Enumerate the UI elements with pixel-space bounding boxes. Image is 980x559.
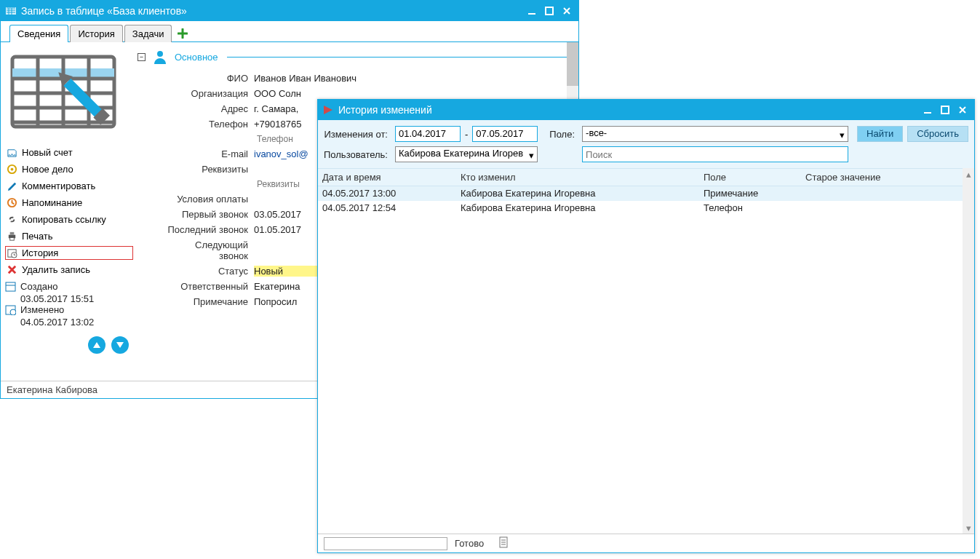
maximize-button[interactable] [542,4,557,18]
calendar-icon [5,281,16,292]
search-input[interactable] [582,146,848,162]
window-controls [525,4,574,18]
svg-point-21 [157,51,163,57]
tab-tasks[interactable]: Задачи [124,25,172,42]
svg-point-18 [10,309,16,315]
minimize-button[interactable] [920,103,935,117]
history-window: История изменений Изменения от: 01.04.20… [317,99,975,553]
app-icon [322,104,334,116]
maximize-button[interactable] [938,103,952,117]
action-label: Новое дело [22,164,73,175]
minimize-button[interactable] [525,4,539,18]
action-delete[interactable]: Удалить запись [5,263,133,277]
tab-history[interactable]: История [70,25,122,42]
addr-label: Адрес [167,103,254,114]
action-print[interactable]: Печать [5,229,133,243]
cell-old [801,186,974,200]
chevron-down-icon: ▾ [840,130,845,140]
col-field[interactable]: Поле [699,169,801,186]
org-value[interactable]: ООО Солн [254,88,573,99]
resp-label: Ответственный [167,281,254,292]
cell-field: Примечание [699,186,801,200]
button-label: Сбросить [917,128,959,139]
record-meta: Создано 03.05.2017 15:51 Изменено 04.05.… [5,281,133,328]
user-label: Пользователь: [324,149,391,160]
status-input[interactable] [324,537,447,550]
to-date-input[interactable]: 07.05.2017 [472,126,538,142]
action-reminder[interactable]: Напоминание [5,196,133,210]
cell-datetime: 04.05.2017 12:54 [318,201,456,215]
fio-value[interactable]: Иванов Иван Иванович [254,73,356,84]
table-row[interactable]: 04.05.2017 12:54 Кабирова Екатерина Игор… [318,201,974,215]
action-label: Новый счет [22,147,73,158]
scroll-up-icon[interactable]: ▴ [963,168,974,180]
scrollbar-thumb[interactable] [567,42,578,86]
modified-label: Изменено [20,304,64,315]
record-title: Запись в таблице «База клиентов» [21,5,525,17]
action-history[interactable]: История [5,246,133,260]
tab-add-button[interactable] [176,27,189,40]
svg-rect-16 [6,282,15,291]
input-value: 01.04.2017 [399,128,446,139]
history-statusbar: Готово [318,534,974,552]
phone-label: Телефон [167,119,254,130]
left-panel: Новый счет Новое дело Комментировать Нап… [1,42,138,381]
action-new-invoice[interactable]: Новый счет [5,146,133,159]
close-button[interactable] [955,103,970,117]
modified-value: 04.05.2017 13:02 [5,317,133,328]
action-label: Удалить запись [22,264,90,275]
col-old[interactable]: Старое значение [801,169,974,186]
created-label: Создано [20,281,57,292]
action-copy-link[interactable]: Копировать ссылку [5,213,133,226]
from-label: Изменения от: [324,129,391,140]
divider [227,57,573,58]
next-label: Следующий звонок [167,239,254,261]
user-select[interactable]: Кабирова Екатерина Игорев ▾ [395,146,538,162]
status-ready: Готово [455,538,484,549]
action-label: История [22,247,58,258]
action-label: Печать [22,231,53,242]
prev-record-button[interactable] [88,336,105,354]
svg-rect-22 [924,112,931,114]
input-value: 07.05.2017 [476,128,523,139]
cell-field: Телефон [699,201,801,215]
scrollbar-track[interactable] [963,168,974,534]
action-list: Новый счет Новое дело Комментировать Нап… [5,146,133,277]
collapse-toggle[interactable]: − [138,53,146,61]
action-label: Напоминание [22,197,82,208]
cell-old [801,201,974,215]
group-label: Основное [175,52,218,63]
action-label: Комментировать [22,181,95,191]
from-date-input[interactable]: 01.04.2017 [395,126,461,142]
svg-rect-23 [941,106,949,114]
group-header: − Основное [138,48,573,66]
table-row[interactable]: 04.05.2017 13:00 Кабирова Екатерина Игор… [318,186,974,201]
select-value: Кабирова Екатерина Игорев [399,148,523,159]
action-comment[interactable]: Комментировать [5,179,133,193]
window-controls [920,103,970,117]
tab-details[interactable]: Сведения [9,25,68,42]
pay-label: Условия оплаты [167,194,254,205]
grid-header: Дата и время Кто изменил Поле Старое зна… [318,168,974,186]
col-datetime[interactable]: Дата и время [318,169,456,186]
next-record-button[interactable] [111,336,129,354]
scroll-down-icon[interactable]: ▾ [963,522,974,534]
last-label: Последний звонок [167,224,254,235]
col-who[interactable]: Кто изменил [456,169,699,186]
svg-point-9 [11,168,14,171]
history-title: История изменений [338,104,920,116]
cell-who: Кабирова Екатерина Игоревна [456,186,699,200]
tab-label: Сведения [17,28,60,39]
document-icon [498,536,509,550]
record-titlebar: Запись в таблице «База клиентов» [1,1,578,21]
tab-label: История [78,28,114,39]
org-label: Организация [167,88,254,99]
reset-button[interactable]: Сбросить [907,126,968,142]
chevron-down-icon: ▾ [529,150,534,161]
nav-circles [5,336,133,354]
find-button[interactable]: Найти [857,126,903,142]
action-new-case[interactable]: Новое дело [5,162,133,176]
email-label: E-mail [167,148,254,159]
close-button[interactable] [559,4,574,18]
field-select[interactable]: -все- ▾ [582,126,848,142]
